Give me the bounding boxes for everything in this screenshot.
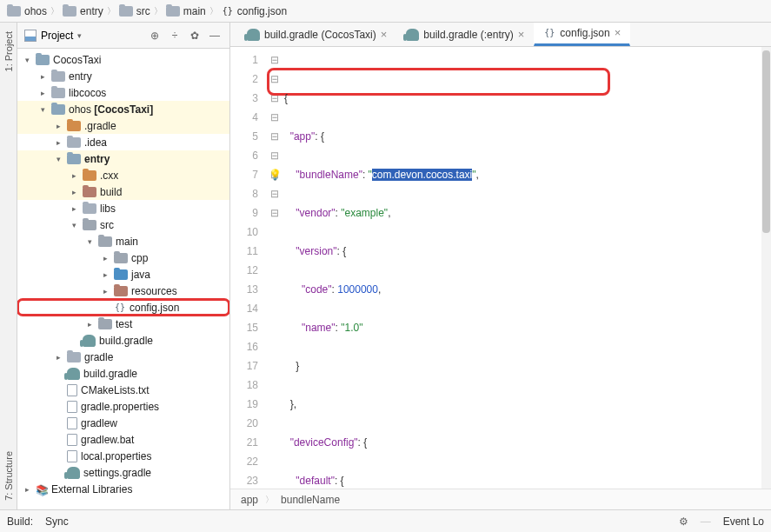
tree-item-entry-module[interactable]: entry bbox=[17, 150, 229, 167]
file-icon bbox=[67, 384, 77, 396]
tree-item[interactable]: .idea bbox=[17, 134, 229, 150]
tree-item[interactable]: cpp bbox=[17, 249, 229, 266]
crumb[interactable]: config.json bbox=[237, 5, 287, 17]
project-tool-button[interactable]: 1: Project bbox=[3, 31, 14, 71]
selected-text: com.devon.cocos.taxi bbox=[372, 169, 472, 181]
tree-item[interactable]: entry bbox=[17, 68, 229, 84]
structure-tool-button[interactable]: 7: Structure bbox=[3, 451, 14, 501]
expand-icon[interactable]: ÷ bbox=[167, 28, 183, 43]
gradle-file-icon bbox=[406, 29, 419, 41]
folder-icon bbox=[63, 6, 76, 17]
project-dropdown[interactable]: Project bbox=[41, 30, 73, 42]
tab-build-gradle-root[interactable]: build.gradle (CocosTaxi)× bbox=[237, 23, 396, 46]
tree-item[interactable]: gradlew bbox=[17, 415, 229, 431]
tree-item[interactable]: gradle bbox=[17, 349, 229, 365]
tree-item[interactable]: local.properties bbox=[17, 448, 229, 464]
tree-item[interactable]: main bbox=[17, 233, 229, 249]
tree-item[interactable]: test bbox=[17, 316, 229, 332]
sync-tool-label[interactable]: Sync bbox=[45, 515, 69, 528]
tab-config-json[interactable]: config.json× bbox=[534, 23, 630, 46]
crumb[interactable]: main bbox=[183, 5, 206, 17]
crumb[interactable]: entry bbox=[80, 5, 103, 17]
folder-icon bbox=[51, 71, 65, 82]
tab-build-gradle-entry[interactable]: build.gradle (:entry)× bbox=[396, 23, 534, 46]
build-tool-label[interactable]: Build: bbox=[7, 515, 33, 528]
folder-icon bbox=[119, 6, 133, 17]
close-icon[interactable]: × bbox=[518, 28, 525, 41]
tree-item[interactable]: resources bbox=[17, 283, 229, 299]
properties-file-icon bbox=[67, 450, 77, 462]
line-gutter: 1234567891011121314151617181920212223 bbox=[230, 47, 267, 489]
folder-icon bbox=[7, 6, 21, 17]
tree-item[interactable]: gradlew.bat bbox=[17, 431, 229, 448]
tree-item[interactable]: settings.gradle bbox=[17, 464, 229, 481]
vertical-scrollbar[interactable] bbox=[761, 47, 771, 489]
json-file-icon bbox=[543, 27, 555, 39]
hide-icon[interactable]: — bbox=[207, 28, 223, 43]
tree-item[interactable]: .gradle bbox=[17, 117, 229, 134]
gradle-file-icon bbox=[83, 335, 96, 347]
folder-icon bbox=[67, 352, 81, 362]
folder-icon bbox=[83, 170, 96, 181]
tree-item[interactable]: build bbox=[17, 183, 229, 200]
gear-icon[interactable]: ✿ bbox=[187, 28, 203, 43]
tool-window-bar-left: 1: Project 7: Structure bbox=[0, 23, 17, 509]
editor-breadcrumb: app 〉 bundleName bbox=[230, 489, 771, 509]
gradle-file-icon bbox=[67, 467, 80, 479]
close-icon[interactable]: × bbox=[381, 28, 388, 41]
project-tree[interactable]: CocosTaxi entry libcocos ohos [CocosTaxi… bbox=[17, 49, 229, 509]
module-folder-icon bbox=[36, 55, 50, 65]
fold-gutter[interactable]: ⊟⊟⊟⊟⊟⊟⊟⊟⊟ bbox=[267, 47, 282, 489]
json-path[interactable]: bundleName bbox=[281, 494, 340, 506]
breadcrumb: ohos〉 entry〉 src〉 main〉 config.json bbox=[0, 0, 771, 23]
json-file-icon bbox=[222, 5, 234, 17]
status-bar: Build: Sync ⚙ — Event Lo bbox=[0, 509, 771, 532]
crumb[interactable]: src bbox=[136, 5, 150, 17]
tree-item[interactable]: java bbox=[17, 266, 229, 283]
project-panel: Project ▾ ⊕ ÷ ✿ — CocosTaxi entry libcoc… bbox=[17, 23, 230, 509]
close-icon[interactable]: × bbox=[615, 26, 621, 39]
tree-item[interactable]: libs bbox=[17, 200, 229, 216]
tree-item[interactable]: CMakeLists.txt bbox=[17, 382, 229, 398]
folder-icon bbox=[83, 203, 96, 214]
folder-icon bbox=[114, 286, 128, 296]
code-editor[interactable]: 1234567891011121314151617181920212223 ⊟⊟… bbox=[230, 47, 771, 489]
intention-bulb-icon[interactable]: 💡 bbox=[269, 165, 282, 184]
scrollbar-thumb[interactable] bbox=[762, 50, 770, 233]
json-path[interactable]: app bbox=[241, 494, 258, 506]
tree-item-root[interactable]: CocosTaxi bbox=[17, 51, 229, 68]
folder-icon bbox=[83, 187, 96, 197]
folder-icon bbox=[114, 253, 128, 263]
editor-tabs: build.gradle (CocosTaxi)× build.gradle (… bbox=[230, 23, 771, 47]
project-header: Project ▾ ⊕ ÷ ✿ — bbox=[17, 23, 229, 49]
file-icon bbox=[67, 434, 77, 446]
crumb[interactable]: ohos bbox=[24, 5, 47, 17]
folder-icon bbox=[98, 236, 112, 247]
locate-icon[interactable]: ⊕ bbox=[147, 28, 163, 43]
gear-icon[interactable]: ⚙ bbox=[679, 515, 688, 528]
folder-icon bbox=[51, 88, 65, 98]
folder-icon bbox=[98, 319, 112, 329]
tree-item[interactable]: build.gradle bbox=[17, 332, 229, 349]
gradle-file-icon bbox=[67, 368, 80, 380]
folder-icon bbox=[114, 269, 128, 280]
workspace: 1: Project 7: Structure Project ▾ ⊕ ÷ ✿ … bbox=[0, 23, 771, 509]
module-folder-icon bbox=[51, 104, 65, 115]
json-file-icon bbox=[114, 302, 126, 314]
folder-icon bbox=[67, 121, 81, 131]
code-area[interactable]: { "app": { 💡 "bundleName": "com.devon.co… bbox=[282, 47, 771, 489]
tree-item[interactable]: .cxx bbox=[17, 167, 229, 183]
project-view-icon bbox=[24, 30, 37, 42]
properties-file-icon bbox=[67, 401, 77, 413]
tree-item[interactable]: build.gradle bbox=[17, 365, 229, 382]
tree-item-ohos[interactable]: ohos [CocosTaxi] bbox=[17, 101, 229, 117]
tree-item-config-json[interactable]: config.json bbox=[17, 299, 229, 316]
tree-item[interactable]: libcocos bbox=[17, 84, 229, 101]
folder-icon bbox=[83, 220, 96, 230]
tree-item-external[interactable]: 📚External Libraries bbox=[17, 481, 229, 497]
folder-icon bbox=[67, 137, 81, 148]
tree-item[interactable]: src bbox=[17, 216, 229, 233]
file-icon bbox=[67, 417, 77, 429]
tree-item[interactable]: gradle.properties bbox=[17, 398, 229, 415]
event-log-button[interactable]: Event Lo bbox=[723, 515, 764, 528]
